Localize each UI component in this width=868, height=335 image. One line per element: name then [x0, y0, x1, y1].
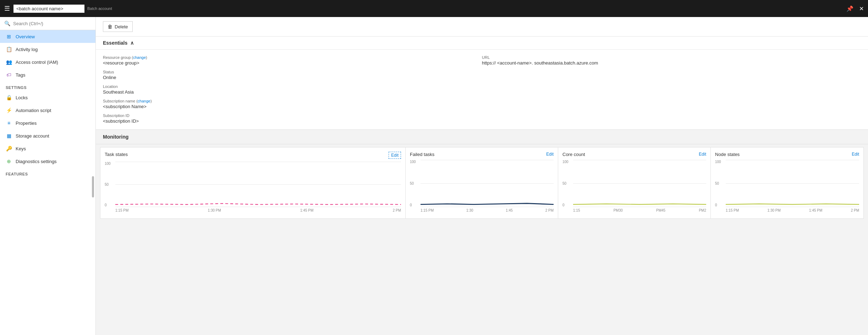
location-label: Location [103, 84, 482, 89]
sidebar-item-access-control[interactable]: 👥 Access control (IAM) [0, 56, 95, 68]
sidebar-search: 🔍 [0, 17, 95, 30]
monitoring-charts: Task states Edit 100 50 0 [100, 147, 864, 219]
diagnostics-icon: ⊕ [6, 158, 12, 164]
chart-core-count-x-labels: 1:15 PM30 PM45 PM2 [573, 208, 706, 214]
field-resource-group: Resource group (change) <resource group> [103, 55, 482, 66]
hamburger-icon[interactable]: ☰ [4, 5, 10, 12]
search-icon: 🔍 [4, 21, 10, 26]
chart-node-states-x-labels: 1:15 PM 1:30 PM 1:45 PM 2 PM [726, 208, 859, 214]
properties-icon: ≡ [6, 120, 12, 126]
chart-node-states-header: Node states Edit [715, 152, 859, 157]
pin-icon[interactable]: 📌 [846, 5, 853, 12]
essentials-panel: Essentials ∧ Resource group (change) <re… [96, 37, 868, 130]
close-icon[interactable]: ✕ [859, 5, 864, 12]
sidebar-item-label: Tags [16, 72, 25, 78]
storage-icon: ▦ [6, 133, 12, 139]
location-value: Southeast Asia [103, 89, 482, 95]
sidebar-item-automation-script[interactable]: ⚡ Automation script [0, 104, 95, 117]
features-section-label: FEATURES [0, 168, 95, 178]
sidebar-item-activity-log[interactable]: 📋 Activity log [0, 43, 95, 56]
automation-icon: ⚡ [6, 107, 12, 113]
sidebar-item-diagnostics[interactable]: ⊕ Diagnostics settings [0, 155, 95, 168]
chart-task-states-edit[interactable]: Edit [389, 152, 401, 159]
locks-icon: 🔒 [6, 94, 12, 101]
chart-core-count-grid: 1:15 PM30 PM45 PM2 [573, 160, 706, 214]
subscription-name-value: <subscription Name> [103, 104, 482, 109]
chart-core-count-svg [573, 160, 706, 207]
field-subscription-name: Subscription name (change) <subscription… [103, 99, 482, 109]
subscription-id-label: Subscription ID [103, 113, 482, 118]
sidebar-item-label: Keys [16, 146, 26, 151]
topbar: ☰ Batch account 📌 ✕ [0, 0, 868, 17]
sidebar-item-label: Activity log [16, 47, 38, 52]
sidebar-item-label: Properties [16, 121, 37, 126]
sidebar-item-label: Access control (IAM) [16, 60, 58, 65]
chart-failed-tasks-svg [421, 160, 554, 207]
chart-failed-tasks-grid: 1:15 PM 1:30 1:45 2 PM [421, 160, 554, 214]
chart-node-states: Node states Edit 100 50 0 [711, 147, 863, 218]
overview-icon: ⊞ [6, 33, 12, 40]
batch-account-input[interactable] [13, 5, 84, 13]
subscription-name-label: Subscription name (change) [103, 99, 482, 103]
delete-label: Delete [115, 24, 128, 29]
settings-section-label: SETTINGS [0, 81, 95, 91]
sidebar-item-overview[interactable]: ⊞ Overview [0, 30, 95, 43]
chart-failed-tasks-body: 100 50 0 [410, 160, 554, 214]
chart-node-states-grid: 1:15 PM 1:30 PM 1:45 PM 2 PM [726, 160, 859, 214]
chart-core-count-header: Core count Edit [562, 152, 706, 157]
sidebar-item-storage-account[interactable]: ▦ Storage account [0, 129, 95, 142]
access-control-icon: 👥 [6, 59, 12, 65]
subscription-name-change-link[interactable]: change [138, 99, 150, 103]
chart-task-states-svg [115, 162, 401, 207]
url-value: https:// <account-name>. southeastasia.b… [482, 60, 861, 66]
field-location: Location Southeast Asia [103, 84, 482, 95]
activity-log-icon: 📋 [6, 46, 12, 52]
sidebar-item-tags[interactable]: 🏷 Tags [0, 68, 95, 81]
search-input[interactable] [13, 21, 91, 26]
delete-button[interactable]: 🗑 Delete [103, 21, 133, 32]
tags-icon: 🏷 [6, 72, 12, 78]
sidebar-item-label: Automation script [16, 108, 51, 113]
field-url: URL https:// <account-name>. southeastas… [482, 55, 861, 66]
essentials-collapse-icon: ∧ [130, 40, 134, 46]
topbar-input-wrap [13, 5, 84, 13]
sidebar-scroll-indicator[interactable] [92, 176, 94, 197]
chart-core-count-edit[interactable]: Edit [699, 152, 706, 157]
sidebar-item-locks[interactable]: 🔒 Locks [0, 91, 95, 104]
chart-task-states: Task states Edit 100 50 0 [100, 147, 406, 218]
essentials-title: Essentials [103, 40, 127, 46]
chart-node-states-edit[interactable]: Edit [852, 152, 859, 157]
sidebar: 🔍 ⊞ Overview 📋 Activity log 👥 Access con… [0, 17, 96, 335]
chart-failed-tasks: Failed tasks Edit 100 50 0 [406, 147, 558, 218]
chart-core-count: Core count Edit 100 50 0 [558, 147, 711, 218]
chart-failed-tasks-edit[interactable]: Edit [546, 152, 554, 157]
monitoring-section: Monitoring Task states Edit 100 50 0 [96, 130, 868, 335]
chart-node-states-svg [726, 160, 859, 207]
content-area: 🗑 Delete Essentials ∧ Resource group (ch… [96, 17, 868, 335]
sidebar-item-properties[interactable]: ≡ Properties [0, 117, 95, 129]
chart-node-states-title: Node states [715, 152, 740, 157]
chart-core-count-body: 100 50 0 [562, 160, 706, 214]
sidebar-item-label: Overview [16, 34, 35, 39]
status-value: Online [103, 75, 482, 80]
field-subscription-id: Subscription ID <subscription ID> [103, 113, 482, 124]
field-status: Status Online [103, 70, 482, 80]
essentials-right-col: URL https:// <account-name>. southeastas… [482, 55, 861, 124]
chart-task-states-x-labels: 1:15 PM 1:30 PM 1:45 PM 2 PM [115, 208, 401, 214]
chart-failed-tasks-y-labels: 100 50 0 [410, 160, 416, 207]
essentials-body: Resource group (change) <resource group>… [96, 50, 868, 129]
main-layout: 🔍 ⊞ Overview 📋 Activity log 👥 Access con… [0, 17, 868, 335]
essentials-header[interactable]: Essentials ∧ [96, 37, 868, 50]
essentials-left-col: Resource group (change) <resource group>… [103, 55, 482, 124]
chart-failed-tasks-title: Failed tasks [410, 152, 434, 157]
content-toolbar: 🗑 Delete [96, 17, 868, 37]
sidebar-item-keys[interactable]: 🔑 Keys [0, 142, 95, 155]
resource-group-value: <resource group> [103, 60, 482, 66]
resource-group-change-link[interactable]: change [133, 55, 146, 60]
chart-failed-tasks-x-labels: 1:15 PM 1:30 1:45 2 PM [421, 208, 554, 214]
chart-node-states-body: 100 50 0 [715, 160, 859, 214]
url-label: URL [482, 55, 861, 60]
chart-core-count-y-labels: 100 50 0 [562, 160, 568, 207]
topbar-subtitle: Batch account [87, 6, 112, 11]
sidebar-item-label: Storage account [16, 133, 49, 139]
